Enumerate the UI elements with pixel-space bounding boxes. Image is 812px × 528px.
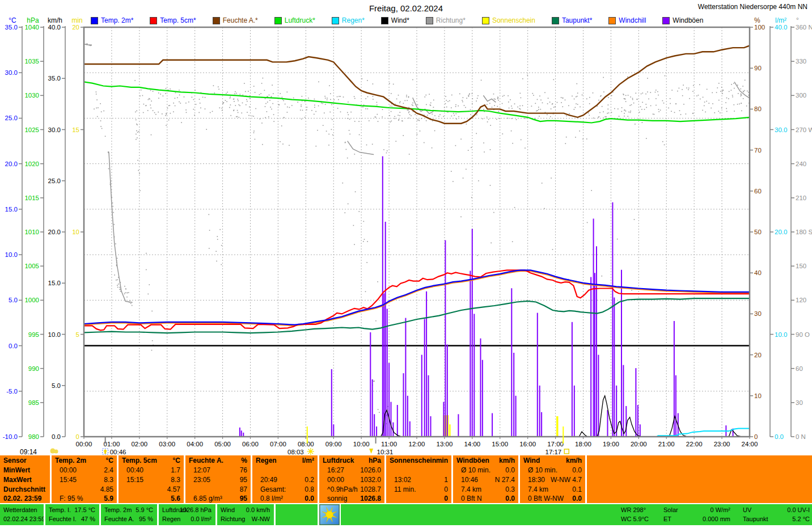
stats-row-labels: SensorMinWertMaxWertDurchschnitt02.02. 2… bbox=[0, 455, 50, 503]
svg-text:18:00: 18:00 bbox=[575, 441, 591, 447]
svg-text:08:00: 08:00 bbox=[298, 441, 314, 447]
stats-col-header: LuftdruckhPa bbox=[323, 456, 382, 466]
stats-cell-row: 00:401.7 bbox=[122, 466, 181, 475]
svg-text:1035: 1035 bbox=[24, 58, 39, 65]
stats-cell-row: 00:001032.0 bbox=[323, 475, 382, 485]
stats-cell-row: F: 95 %5.9 bbox=[55, 494, 115, 503]
series-windboeen bbox=[240, 156, 733, 437]
svg-text:1020: 1020 bbox=[24, 160, 39, 167]
svg-text:20: 20 bbox=[754, 352, 762, 358]
moonset-icon bbox=[369, 449, 373, 454]
svg-text:11:00: 11:00 bbox=[381, 441, 397, 447]
axis-right-°: °360 N330300270 W240210180 S15012090 O60… bbox=[791, 16, 812, 440]
svg-text:19:00: 19:00 bbox=[603, 441, 619, 447]
svg-text:15.0: 15.0 bbox=[48, 280, 61, 286]
svg-text:02:00: 02:00 bbox=[131, 441, 147, 447]
svg-text:35.0: 35.0 bbox=[48, 75, 61, 82]
stats-row-label: MaxWert bbox=[3, 475, 48, 485]
stats-cell-row: 0.8 l/m²0.0 bbox=[256, 494, 315, 503]
sunrise-sun-icon bbox=[307, 448, 314, 455]
info-pair: Luftdruck1026.8 hPa bbox=[162, 505, 213, 514]
stats-cell-row: 11 min.0 bbox=[390, 485, 449, 495]
stats-col-feuchte-a-: Feuchte A.%12:077623:0595876.85 g/m³95 bbox=[185, 455, 251, 503]
axis-unit-label: min bbox=[71, 16, 82, 24]
stats-cell-row: 23:0595 bbox=[189, 475, 248, 485]
svg-text:10: 10 bbox=[72, 229, 79, 235]
svg-text:1015: 1015 bbox=[24, 195, 39, 201]
stats-cell-row: 0 Bft N0.0 bbox=[456, 494, 516, 503]
info-right-cell: WR 298°WC 5.9°CSolar0 W/m²ET0.000 mmUV0.… bbox=[341, 504, 812, 525]
stats-cell-row: Ø 10 min.0.0 bbox=[456, 466, 516, 475]
gridlines bbox=[84, 27, 750, 437]
series-taupunkt bbox=[84, 298, 750, 333]
series-regen bbox=[84, 429, 750, 437]
stats-cell-row: 16:271026.0 bbox=[323, 466, 382, 475]
info-title: Wetterdaten bbox=[3, 505, 41, 514]
svg-text:22:00: 22:00 bbox=[686, 441, 703, 447]
svg-text:21:00: 21:00 bbox=[658, 441, 675, 447]
svg-text:1040: 1040 bbox=[24, 24, 39, 31]
svg-text:60: 60 bbox=[754, 188, 762, 195]
svg-text:300: 300 bbox=[796, 92, 806, 99]
axis-unit-label: °C bbox=[9, 16, 16, 24]
x-axis-labels: 00:0001:0002:0003:0004:0005:0006:0007:00… bbox=[76, 437, 758, 447]
stats-col-header: Temp. 2m°C bbox=[55, 456, 115, 466]
axis-right-%: %1009080706050403020100 bbox=[750, 16, 765, 440]
svg-text:980: 980 bbox=[28, 433, 39, 440]
svg-text:16:00: 16:00 bbox=[519, 441, 536, 447]
svg-text:0: 0 bbox=[76, 433, 79, 440]
svg-text:10.0: 10.0 bbox=[48, 331, 61, 338]
svg-text:13:00: 13:00 bbox=[437, 441, 453, 447]
sunset-square-icon bbox=[564, 449, 569, 454]
info-pair: Temp. 2m5.9 °C bbox=[104, 505, 154, 514]
info-filler bbox=[276, 504, 318, 525]
stats-row-label: 02.02. 23:59 bbox=[3, 494, 48, 503]
svg-text:08:03: 08:03 bbox=[287, 449, 304, 455]
svg-text:270 W: 270 W bbox=[796, 126, 812, 133]
svg-text:20.0: 20.0 bbox=[5, 160, 18, 167]
svg-text:00:46: 00:46 bbox=[110, 449, 126, 455]
svg-text:985: 985 bbox=[28, 399, 39, 406]
svg-text:30.0: 30.0 bbox=[48, 126, 61, 133]
corner-marker-time: 09:14 bbox=[20, 448, 37, 455]
svg-text:0.0: 0.0 bbox=[9, 343, 18, 349]
svg-text:5.0: 5.0 bbox=[52, 382, 61, 389]
axis-unit-label: l/m² bbox=[775, 16, 786, 24]
svg-text:24:00: 24:00 bbox=[742, 441, 758, 447]
stats-cell-row: 5.6 bbox=[122, 494, 181, 503]
svg-text:360 N: 360 N bbox=[796, 24, 812, 31]
svg-text:17:00: 17:00 bbox=[547, 441, 564, 447]
stats-cell-row: sonnig1026.8 bbox=[323, 494, 382, 503]
svg-text:35.0: 35.0 bbox=[5, 24, 18, 31]
svg-text:05:00: 05:00 bbox=[214, 441, 231, 447]
svg-text:1005: 1005 bbox=[24, 263, 39, 269]
stats-col-windb-en: Windböenkm/hØ 10 min.0.010:46N 27.47.4 k… bbox=[453, 455, 518, 503]
info-cell: Wind0.0 km/hRichtungW-NW bbox=[217, 504, 274, 525]
svg-text:04:00: 04:00 bbox=[187, 441, 203, 447]
stats-row-label: Durchschnitt bbox=[3, 485, 48, 495]
svg-text:23:00: 23:00 bbox=[714, 441, 730, 447]
svg-text:1025: 1025 bbox=[24, 126, 39, 133]
svg-text:50: 50 bbox=[754, 229, 762, 235]
svg-text:990: 990 bbox=[28, 365, 39, 372]
svg-text:30: 30 bbox=[796, 399, 803, 406]
svg-text:00:00: 00:00 bbox=[76, 441, 92, 447]
svg-text:90 O: 90 O bbox=[796, 331, 810, 338]
svg-text:20:00: 20:00 bbox=[631, 441, 647, 447]
svg-text:150: 150 bbox=[796, 263, 806, 269]
svg-text:14:00: 14:00 bbox=[464, 441, 480, 447]
svg-text:15:00: 15:00 bbox=[492, 441, 508, 447]
stats-col-header: Sonnenscheinmin bbox=[390, 456, 449, 466]
svg-text:995: 995 bbox=[28, 331, 39, 338]
stats-cell-row: 6.85 g/m³95 bbox=[189, 494, 248, 503]
weather-station-window: Freitag, 02.02.2024 Wetterstation Nieder… bbox=[0, 0, 812, 528]
svg-text:1030: 1030 bbox=[24, 92, 39, 99]
stats-cell-row: 0 bbox=[390, 494, 449, 503]
current-conditions-bar: Wetterdaten02.02.24 23:59Temp. I.17.5 °C… bbox=[0, 504, 812, 525]
svg-text:5.0: 5.0 bbox=[9, 297, 18, 303]
stats-col-sonnenschein: Sonnenscheinmin13:02111 min.00 bbox=[386, 455, 451, 503]
svg-text:-5.0: -5.0 bbox=[6, 388, 18, 395]
svg-text:30: 30 bbox=[754, 310, 762, 317]
stats-cell-row: 00:002.4 bbox=[55, 466, 115, 475]
svg-text:15.0: 15.0 bbox=[5, 206, 18, 213]
